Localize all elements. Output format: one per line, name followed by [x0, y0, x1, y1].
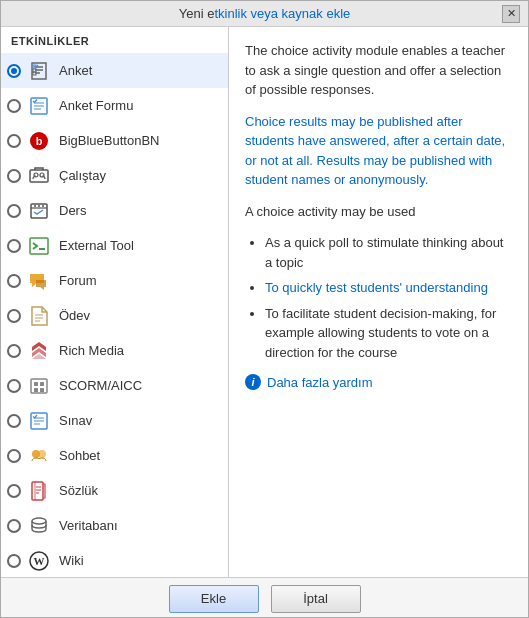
list-item[interactable]: Anket Formu [1, 88, 228, 123]
radio-sinav[interactable] [7, 414, 21, 428]
description-para2: Choice results may be published after st… [245, 112, 512, 190]
radio-forum[interactable] [7, 274, 21, 288]
anket-form-icon [27, 94, 51, 118]
right-panel: The choice activity module enables a tea… [229, 27, 528, 577]
svg-point-10 [34, 205, 36, 207]
description-para3: A choice activity may be used [245, 202, 512, 222]
list-item[interactable]: Forum [1, 263, 228, 298]
titlebar: Yeni etkinlik veya kaynak ekle ✕ [1, 1, 528, 27]
bullet-list: As a quick poll to stimulate thinking ab… [245, 233, 512, 362]
scorm-label: SCORM/AICC [59, 378, 142, 393]
section-title: ETKİNLİKLER [1, 27, 228, 51]
bullet-item: To quickly test students' understanding [265, 278, 512, 298]
svg-text:W: W [34, 555, 45, 567]
veritabani-icon [27, 514, 51, 538]
list-item[interactable]: W Wiki [1, 543, 228, 577]
svg-point-21 [38, 450, 46, 458]
ders-icon [27, 199, 51, 223]
forum-label: Forum [59, 273, 97, 288]
rich-media-icon [27, 339, 51, 363]
sozluk-icon [27, 479, 51, 503]
list-item[interactable]: External Tool [1, 228, 228, 263]
svg-rect-23 [34, 482, 36, 500]
radio-rich-media[interactable] [7, 344, 21, 358]
calistay-label: Çalıştay [59, 168, 106, 183]
radio-anket[interactable] [7, 64, 21, 78]
svg-rect-16 [40, 382, 44, 386]
radio-anket-formu[interactable] [7, 99, 21, 113]
radio-external-tool[interactable] [7, 239, 21, 253]
sinav-icon [27, 409, 51, 433]
anket-formu-label: Anket Formu [59, 98, 133, 113]
svg-rect-17 [34, 388, 38, 392]
cancel-button[interactable]: İptal [271, 585, 361, 613]
radio-scorm[interactable] [7, 379, 21, 393]
dialog-title: Yeni etkinlik veya kaynak ekle [27, 6, 502, 21]
list-item[interactable]: Sözlük [1, 473, 228, 508]
add-button[interactable]: Ekle [169, 585, 259, 613]
help-link-text: Daha fazla yardım [267, 375, 373, 390]
close-button[interactable]: ✕ [502, 5, 520, 23]
odev-icon [27, 304, 51, 328]
wiki-label: Wiki [59, 553, 84, 568]
radio-bigblue[interactable] [7, 134, 21, 148]
svg-rect-18 [40, 388, 44, 392]
forum-icon [27, 269, 51, 293]
radio-ders[interactable] [7, 204, 21, 218]
scorm-icon [27, 374, 51, 398]
bullet-item: To facilitate student decision-making, f… [265, 304, 512, 363]
svg-rect-2 [33, 72, 36, 75]
description-para1: The choice activity module enables a tea… [245, 41, 512, 100]
list-item[interactable]: Ödev [1, 298, 228, 333]
info-icon: i [245, 374, 261, 390]
svg-point-12 [42, 205, 44, 207]
veritabani-label: Veritabanı [59, 518, 118, 533]
left-panel: ETKİNLİKLER Anket [1, 27, 229, 577]
calistay-icon [27, 164, 51, 188]
list-item[interactable]: Sınav [1, 403, 228, 438]
odev-label: Ödev [59, 308, 90, 323]
activity-list[interactable]: Anket Anket Formu [1, 51, 228, 577]
svg-rect-13 [30, 238, 48, 254]
radio-wiki[interactable] [7, 554, 21, 568]
radio-odev[interactable] [7, 309, 21, 323]
radio-sohbet[interactable] [7, 449, 21, 463]
sinav-label: Sınav [59, 413, 92, 428]
help-link[interactable]: i Daha fazla yardım [245, 374, 512, 390]
main-layout: ETKİNLİKLER Anket [1, 27, 528, 577]
sohbet-label: Sohbet [59, 448, 100, 463]
bigblue-icon: b [27, 129, 51, 153]
svg-point-11 [38, 205, 40, 207]
bigblue-label: BigBlueButtonBN [59, 133, 159, 148]
ders-label: Ders [59, 203, 86, 218]
list-item[interactable]: Anket [1, 53, 228, 88]
svg-rect-6 [30, 170, 48, 182]
list-item[interactable]: Sohbet [1, 438, 228, 473]
list-item[interactable]: Ders [1, 193, 228, 228]
list-item[interactable]: Çalıştay [1, 158, 228, 193]
list-item[interactable]: Veritabanı [1, 508, 228, 543]
svg-point-24 [32, 518, 46, 524]
anket-icon [27, 59, 51, 83]
external-tool-label: External Tool [59, 238, 134, 253]
wiki-icon: W [27, 549, 51, 573]
list-item[interactable]: SCORM/AICC [1, 368, 228, 403]
svg-rect-14 [31, 379, 47, 393]
svg-rect-22 [32, 482, 43, 500]
list-item[interactable]: b BigBlueButtonBN [1, 123, 228, 158]
list-item[interactable]: Rich Media [1, 333, 228, 368]
radio-veritabani[interactable] [7, 519, 21, 533]
radio-sozluk[interactable] [7, 484, 21, 498]
footer: Ekle İptal [1, 577, 528, 618]
svg-rect-15 [34, 382, 38, 386]
sozluk-label: Sözlük [59, 483, 98, 498]
anket-label: Anket [59, 63, 92, 78]
rich-media-label: Rich Media [59, 343, 124, 358]
external-tool-icon [27, 234, 51, 258]
radio-calistay[interactable] [7, 169, 21, 183]
bullet-item: As a quick poll to stimulate thinking ab… [265, 233, 512, 272]
svg-text:b: b [36, 135, 43, 147]
sohbet-icon [27, 444, 51, 468]
